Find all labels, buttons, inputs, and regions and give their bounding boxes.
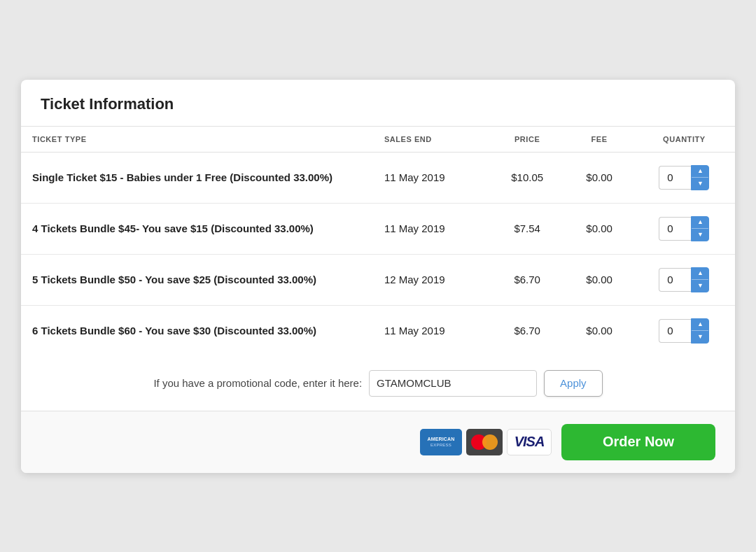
quantity-increment-button[interactable]: ▲ [692,268,708,280]
quantity-increment-button[interactable]: ▲ [692,319,708,331]
spinner-buttons: ▲ ▼ [691,165,709,190]
col-header-price: PRICE [489,127,566,153]
card-title: Ticket Information [41,95,715,113]
ticket-quantity-cell: ▲ ▼ [634,254,735,305]
promo-label: If you have a promotional code, enter it… [153,377,362,389]
quantity-input[interactable] [659,268,691,292]
quantity-increment-button[interactable]: ▲ [692,166,708,178]
ticket-price: $7.54 [489,203,566,254]
quantity-decrement-button[interactable]: ▼ [692,178,708,190]
payment-icons: AMERICAN EXPRESS VISA [420,429,552,455]
ticket-quantity-cell: ▲ ▼ [634,305,735,356]
quantity-input[interactable] [659,166,691,190]
apply-button[interactable]: Apply [544,370,603,397]
ticket-sales-end: 11 May 2019 [373,305,489,356]
quantity-spinner: ▲ ▼ [645,165,724,190]
ticket-price: $10.05 [489,152,566,203]
quantity-increment-button[interactable]: ▲ [692,217,708,229]
ticket-sales-end: 11 May 2019 [373,152,489,203]
promo-code-input[interactable] [369,370,537,397]
ticket-price: $6.70 [489,305,566,356]
ticket-name: 6 Tickets Bundle $60 - You save $30 (Dis… [21,305,373,356]
col-header-ticket-type: TICKET TYPE [21,127,373,153]
table-row: 5 Tickets Bundle $50 - You save $25 (Dis… [21,254,735,305]
ticket-quantity-cell: ▲ ▼ [634,152,735,203]
card-header: Ticket Information [21,80,735,127]
col-header-fee: FEE [566,127,634,153]
ticket-name: Single Ticket $15 - Babies under 1 Free … [21,152,373,203]
mastercard-icon [466,429,503,455]
spinner-buttons: ▲ ▼ [691,267,709,292]
ticket-name: 5 Tickets Bundle $50 - You save $25 (Dis… [21,254,373,305]
quantity-spinner: ▲ ▼ [645,216,724,241]
ticket-table: TICKET TYPE SALES END PRICE FEE QUANTITY… [21,127,735,356]
ticket-fee: $0.00 [566,152,634,203]
table-row: 6 Tickets Bundle $60 - You save $30 (Dis… [21,305,735,356]
ticket-quantity-cell: ▲ ▼ [634,203,735,254]
quantity-decrement-button[interactable]: ▼ [692,280,708,292]
col-header-quantity: QUANTITY [634,127,735,153]
ticket-information-card: Ticket Information TICKET TYPE SALES END… [21,80,735,473]
order-now-button[interactable]: Order Now [561,424,715,460]
ticket-fee: $0.00 [566,305,634,356]
spinner-buttons: ▲ ▼ [691,318,709,344]
quantity-decrement-button[interactable]: ▼ [692,331,708,343]
table-row: Single Ticket $15 - Babies under 1 Free … [21,152,735,203]
quantity-spinner: ▲ ▼ [645,267,724,292]
ticket-sales-end: 11 May 2019 [373,203,489,254]
ticket-name: 4 Tickets Bundle $45- You save $15 (Disc… [21,203,373,254]
col-header-sales-end: SALES END [373,127,489,153]
quantity-decrement-button[interactable]: ▼ [692,229,708,241]
quantity-spinner: ▲ ▼ [645,318,724,344]
quantity-input[interactable] [659,319,691,343]
table-row: 4 Tickets Bundle $45- You save $15 (Disc… [21,203,735,254]
mastercard-right-circle [482,434,498,450]
spinner-buttons: ▲ ▼ [691,216,709,241]
amex-icon: AMERICAN EXPRESS [420,429,462,455]
ticket-fee: $0.00 [566,254,634,305]
ticket-fee: $0.00 [566,203,634,254]
visa-icon: VISA [507,429,552,455]
quantity-input[interactable] [659,217,691,241]
card-footer: AMERICAN EXPRESS VISA Order Now [21,411,735,473]
promo-section: If you have a promotional code, enter it… [21,356,735,411]
table-header-row: TICKET TYPE SALES END PRICE FEE QUANTITY [21,127,735,153]
ticket-sales-end: 12 May 2019 [373,254,489,305]
ticket-price: $6.70 [489,254,566,305]
